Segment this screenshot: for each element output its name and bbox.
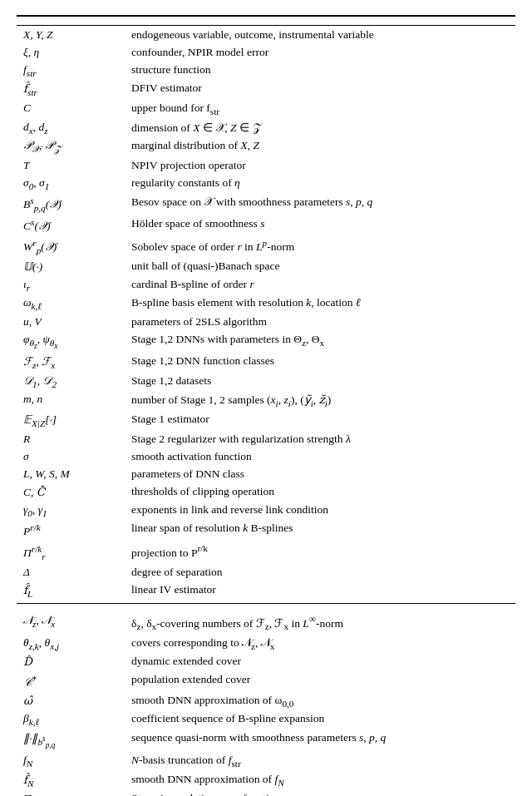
- table-row: u, Vparameters of 2SLS algorithm: [17, 313, 515, 330]
- description-cell: parameters of 2SLS algorithm: [125, 313, 515, 330]
- symbol-cell: σ: [17, 447, 125, 465]
- table-row: βk,ℓcoefficient sequence of B-spline exp…: [17, 710, 515, 729]
- symbol-cell: Pr/k: [17, 520, 125, 541]
- description-cell: NPIV projection operator: [125, 156, 515, 174]
- description-cell: Stage 1,2 DNN function classes: [125, 352, 515, 372]
- symbol-cell: 𝒞*: [17, 671, 125, 692]
- table-row: 𝕌(·)unit ball of (quasi-)Banach space: [17, 257, 515, 275]
- description-cell: N-basis truncation of fstr: [125, 752, 515, 771]
- description-cell: Hölder space of smoothness s: [125, 215, 515, 235]
- description-cell: sequence quasi-norm with smoothness para…: [125, 729, 515, 752]
- description-cell: structure function: [125, 61, 515, 80]
- description-cell: exponents in link and reverse link condi…: [125, 501, 515, 520]
- table-row: dx, dzdimension of X ∈ 𝒳, Z ∈ 𝒵: [17, 118, 515, 137]
- symbol-cell: Δ: [17, 563, 125, 581]
- table-row: γ0, γ1exponents in link and reverse link…: [17, 501, 515, 520]
- table-row: Δdegree of separation: [17, 563, 515, 581]
- table-row: σsmooth activation function: [17, 447, 515, 465]
- description-cell: Sobolev space of order r in Lp-norm: [125, 235, 515, 257]
- description-cell: Stage 1 population error function: [125, 790, 515, 796]
- description-cell: projection to Pr/k: [125, 541, 515, 563]
- description-cell: smooth DNN approximation of fN: [125, 770, 515, 790]
- description-cell: parameters of DNN class: [125, 465, 515, 482]
- description-cell: upper bound for fstr: [125, 99, 515, 118]
- table-row: Πr/krprojection to Pr/k: [17, 541, 515, 563]
- symbol-cell: ωk,ℓ: [17, 294, 125, 314]
- table-row: D̂dynamic extended cover: [17, 653, 515, 671]
- description-cell: confounder, NPIR model error: [125, 43, 515, 61]
- table-row: X, Y, Zendogeneous variable, outcome, in…: [17, 26, 515, 44]
- table-row: fstrstructure function: [17, 61, 515, 80]
- symbol-cell: Cs(𝒳): [17, 215, 125, 235]
- description-cell: B-spline basis element with resolution k…: [125, 294, 515, 314]
- description-cell: linear span of resolution k B-splines: [125, 520, 515, 541]
- table-row: fNN-basis truncation of fstr: [17, 752, 515, 771]
- description-cell: δz, δx-covering numbers of ℱz, ℱx in L∞-…: [125, 612, 515, 634]
- description-cell: thresholds of clipping operation: [125, 482, 515, 501]
- symbol-cell: θz,k, θx,j: [17, 634, 125, 653]
- table-row: C, C̄thresholds of clipping operation: [17, 482, 515, 501]
- description-cell: Stage 1 estimator: [125, 410, 515, 430]
- table-row: σ0, σ1regularity constants of η: [17, 174, 515, 193]
- table-row: f̂strDFIV estimator: [17, 80, 515, 100]
- notation-table: X, Y, Zendogeneous variable, outcome, in…: [17, 15, 515, 796]
- symbol-cell: D̂: [17, 653, 125, 671]
- table-row: ΠStage 1 population error function: [17, 790, 515, 796]
- table-row: f̂Llinear IV estimator: [17, 581, 515, 604]
- symbol-cell: f̂N: [17, 770, 125, 790]
- table-row: ω̂smooth DNN approximation of ω0,0: [17, 691, 515, 710]
- description-cell: DFIV estimator: [125, 80, 515, 100]
- symbol-cell: 𝒟1, 𝒟2: [17, 372, 125, 391]
- description-cell: Stage 1,2 datasets: [125, 372, 515, 391]
- symbol-cell: γ0, γ1: [17, 501, 125, 520]
- symbol-cell: Wrp(𝒳): [17, 235, 125, 257]
- symbol-cell: ℱz, ℱx: [17, 352, 125, 372]
- table-row: ℱz, ℱxStage 1,2 DNN function classes: [17, 352, 515, 372]
- symbol-cell: Π: [17, 790, 125, 796]
- table-row: 𝒫𝒳, 𝒫𝒵marginal distribution of X, Z: [17, 137, 515, 157]
- description-cell: Stage 2 regularizer with regularization …: [125, 430, 515, 447]
- symbol-cell: ιr: [17, 275, 125, 294]
- symbol-cell: 𝒫𝒳, 𝒫𝒵: [17, 137, 125, 157]
- description-cell: regularity constants of η: [125, 174, 515, 193]
- symbol-cell: 𝒩z, 𝒩x: [17, 612, 125, 634]
- table-row: m, nnumber of Stage 1, 2 samples (xi, zi…: [17, 391, 515, 411]
- description-cell: linear IV estimator: [125, 581, 515, 604]
- symbol-cell: R: [17, 430, 125, 447]
- symbol-cell: 𝕌(·): [17, 257, 125, 275]
- table-row: Pr/klinear span of resolution k B-spline…: [17, 520, 515, 541]
- symbol-cell: C: [17, 99, 125, 118]
- table-row: Cupper bound for fstr: [17, 99, 515, 118]
- description-cell: covers corresponding to 𝒩z, 𝒩x: [125, 634, 515, 653]
- symbol-cell: σ0, σ1: [17, 174, 125, 193]
- description-cell: unit ball of (quasi-)Banach space: [125, 257, 515, 275]
- table-row: TNPIV projection operator: [17, 156, 515, 174]
- table-row: ιrcardinal B-spline of order r: [17, 275, 515, 294]
- table-row: 𝔼X|Z[·]Stage 1 estimator: [17, 410, 515, 430]
- table-row: 𝒞*population extended cover: [17, 671, 515, 692]
- symbol-cell: Bsp,q(𝒳): [17, 193, 125, 215]
- table-row: ‖·‖bsp,qsequence quasi-norm with smoothn…: [17, 729, 515, 752]
- description-cell: endogeneous variable, outcome, instrumen…: [125, 26, 515, 44]
- table-row: Cs(𝒳)Hölder space of smoothness s: [17, 215, 515, 235]
- symbol-cell: βk,ℓ: [17, 710, 125, 729]
- table-row: L, W, S, Mparameters of DNN class: [17, 465, 515, 482]
- symbol-cell: dx, dz: [17, 118, 125, 137]
- symbol-cell: C, C̄: [17, 482, 125, 501]
- table-row: 𝒩z, 𝒩xδz, δx-covering numbers of ℱz, ℱx …: [17, 612, 515, 634]
- symbol-cell: f̂str: [17, 80, 125, 100]
- description-cell: population extended cover: [125, 671, 515, 692]
- table-row: θz,k, θx,jcovers corresponding to 𝒩z, 𝒩x: [17, 634, 515, 653]
- description-cell: Stage 1,2 DNNs with parameters in Θz, Θx: [125, 330, 515, 352]
- description-cell: dimension of X ∈ 𝒳, Z ∈ 𝒵: [125, 118, 515, 137]
- symbol-cell: φθz, ψθx: [17, 330, 125, 352]
- description-cell: cardinal B-spline of order r: [125, 275, 515, 294]
- description-cell: smooth DNN approximation of ω0,0: [125, 691, 515, 710]
- description-cell: dynamic extended cover: [125, 653, 515, 671]
- col-header-symbol: [17, 16, 125, 26]
- symbol-cell: T: [17, 156, 125, 174]
- description-cell: number of Stage 1, 2 samples (xi, zi), (…: [125, 391, 515, 411]
- table-row: Bsp,q(𝒳)Besov space on 𝒳 with smoothness…: [17, 193, 515, 215]
- description-cell: smooth activation function: [125, 447, 515, 465]
- table-row: φθz, ψθxStage 1,2 DNNs with parameters i…: [17, 330, 515, 352]
